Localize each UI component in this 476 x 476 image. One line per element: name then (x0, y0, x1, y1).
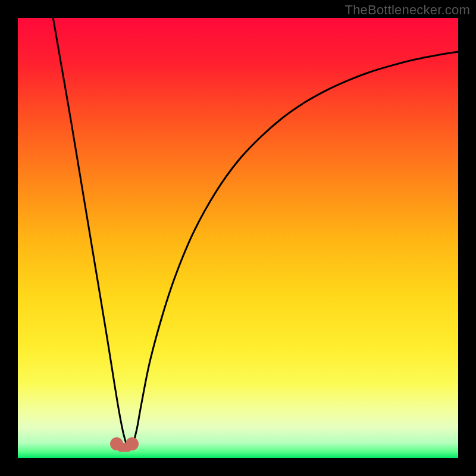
watermark-text: TheBottlenecker.com (345, 2, 470, 18)
svg-point-2 (126, 437, 139, 450)
svg-point-1 (110, 437, 123, 450)
outer-frame: TheBottlenecker.com (0, 0, 476, 476)
plot-background (18, 18, 458, 458)
bottleneck-plot (0, 0, 476, 476)
